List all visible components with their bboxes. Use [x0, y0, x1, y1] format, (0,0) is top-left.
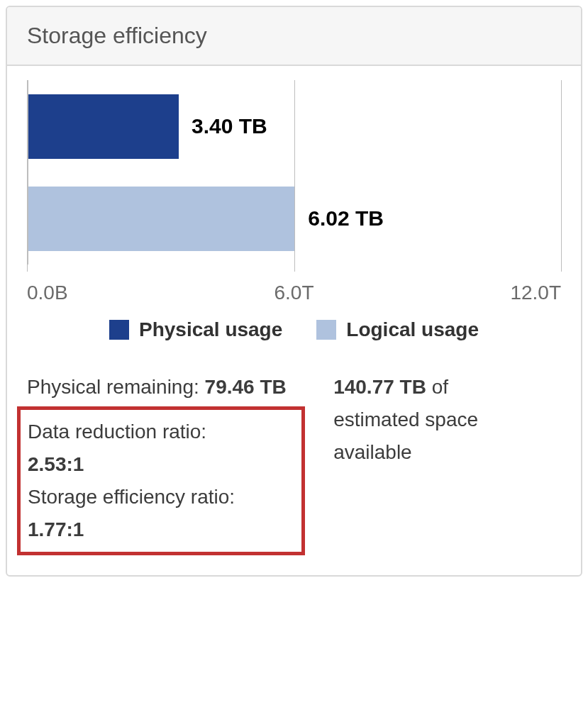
card-title: Storage efficiency	[27, 23, 207, 48]
axis-tick-label: 6.0T	[274, 282, 314, 304]
gridline	[294, 80, 295, 265]
physical-remaining-value: 79.46 TB	[205, 376, 287, 398]
storage-efficiency-card: Storage efficiency 3.40 TB6.02 TB 0.0B6.…	[6, 6, 582, 577]
bar-value-label: 6.02 TB	[308, 206, 384, 230]
bar-physical	[28, 94, 179, 159]
stats-left-column: Physical remaining: 79.46 TB Data reduct…	[27, 369, 305, 555]
legend-item: Logical usage	[316, 318, 479, 341]
physical-remaining: Physical remaining: 79.46 TB	[27, 372, 305, 402]
gridline	[28, 80, 28, 265]
axis-tick	[561, 265, 562, 272]
ratio-highlight-box: Data reduction ratio: 2.53:1 Storage eff…	[17, 406, 305, 555]
chart-tick-area	[27, 265, 561, 277]
axis-tick	[294, 265, 295, 272]
bar-value-label: 3.40 TB	[192, 114, 267, 138]
chart-tick-labels: 0.0B6.0T12.0T	[27, 282, 561, 304]
storage-efficiency-label: Storage efficiency ratio:	[28, 482, 294, 512]
legend-label: Physical usage	[139, 318, 282, 341]
chart-legend: Physical usageLogical usage	[27, 318, 561, 341]
data-reduction-label: Data reduction ratio:	[28, 417, 294, 447]
legend-swatch	[109, 320, 129, 340]
card-header: Storage efficiency	[7, 7, 581, 66]
bar-logical	[28, 187, 295, 251]
axis-tick-label: 12.0T	[510, 282, 561, 304]
axis-tick-label: 0.0B	[27, 282, 68, 304]
data-reduction-value: 2.53:1	[28, 453, 84, 475]
legend-item: Physical usage	[109, 318, 282, 341]
physical-remaining-label: Physical remaining:	[27, 376, 205, 398]
stats-section: Physical remaining: 79.46 TB Data reduct…	[27, 369, 561, 555]
bar-chart: 3.40 TB6.02 TB 0.0B6.0T12.0T	[27, 80, 561, 304]
chart-plot: 3.40 TB6.02 TB	[27, 80, 561, 265]
storage-efficiency-value: 1.77:1	[28, 518, 84, 540]
legend-swatch	[316, 320, 336, 340]
legend-label: Logical usage	[346, 318, 479, 341]
estimated-space-line2: estimated space	[333, 405, 561, 435]
stats-right-column: 140.77 TB of estimated space available	[333, 369, 561, 555]
card-body: 3.40 TB6.02 TB 0.0B6.0T12.0T Physical us…	[7, 66, 581, 575]
estimated-space-suffix: of	[426, 376, 448, 398]
gridline	[561, 80, 562, 265]
axis-tick	[27, 265, 28, 272]
estimated-space: 140.77 TB of	[333, 372, 561, 402]
estimated-space-value: 140.77 TB	[333, 376, 426, 398]
estimated-space-line3: available	[333, 438, 561, 467]
